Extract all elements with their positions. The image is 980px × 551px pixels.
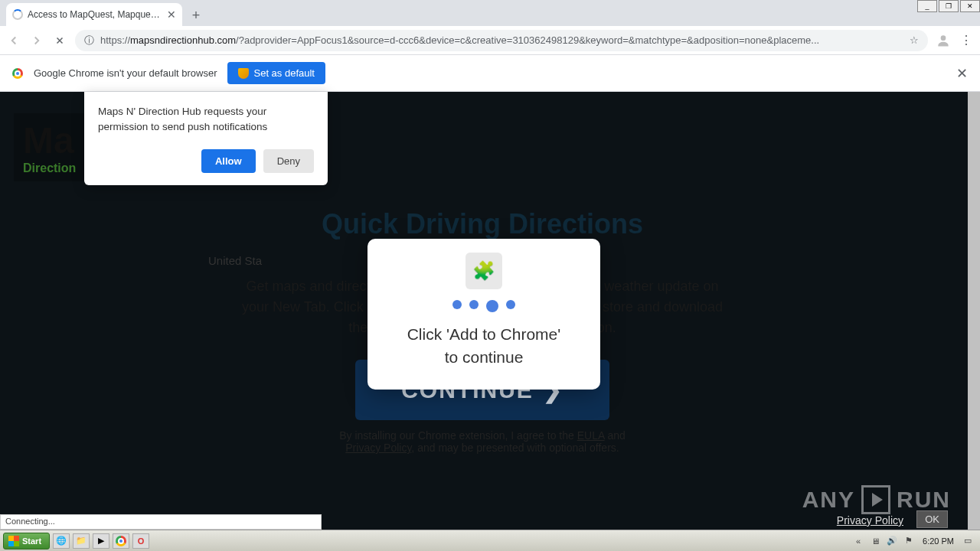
agree-mid: and [605,429,626,442]
logo-subtext: Direction [23,161,76,175]
tray-clock[interactable]: 6:20 PM [920,536,957,546]
extension-icon: 🧩 [466,253,502,289]
footer-privacy-link[interactable]: Privacy Policy [837,514,903,527]
tab-strip: Access to MapQuest, Mapquest Driv ✕ + [0,0,980,26]
url-scheme: https:// [100,34,130,46]
url-host: mapsndirectionhub.com [130,34,236,46]
minimize-glyph: _ [925,2,929,10]
vertical-scrollbar[interactable] [968,92,980,530]
anyrun-watermark: ANY RUN [802,485,951,514]
tray-flag-icon[interactable]: ⚑ [903,535,915,547]
taskbar-ie-icon[interactable]: 🌐 [53,533,70,549]
dot-icon [452,300,462,309]
windows-taskbar: Start 🌐 📁 ▶ O « 🖥 🔊 ⚑ 6:20 PM ▭ [0,530,980,551]
start-label: Start [22,536,41,546]
logo-text: Ma [23,119,76,161]
modal-line1: Click 'Add to Chrome' [384,323,583,346]
tab-title: Access to MapQuest, Mapquest Driv [28,9,162,20]
status-text: Connecting... [5,517,55,526]
add-to-chrome-modal: 🧩 Click 'Add to Chrome' to continue [368,239,600,390]
agree-pre: By installing our Chrome extension, I ag… [339,429,577,442]
agreement-text: By installing our Chrome extension, I ag… [239,429,726,454]
bookmark-star-icon[interactable]: ☆ [910,34,919,46]
browser-tab[interactable]: Access to MapQuest, Mapquest Driv ✕ [6,3,182,26]
page-heading: Quick Driving Directions [239,208,726,240]
set-default-label: Set as default [253,67,315,79]
privacy-link[interactable]: Privacy Policy [345,442,411,454]
tray-expand-icon[interactable]: « [852,535,864,547]
url-path: /?adprovider=AppFocus1&source=d-ccc6&dev… [236,34,819,46]
address-bar[interactable]: ⓘ https://mapsndirectionhub.com/?adprovi… [75,30,928,51]
chrome-logo-icon [12,68,23,79]
status-bar: Connecting... [0,514,322,530]
push-message: Maps N' Direction Hub requests your perm… [98,104,314,134]
maximize-glyph: ❐ [946,2,952,10]
tray-show-desktop[interactable]: ▭ [962,535,974,547]
tray-network-icon[interactable]: 🖥 [869,535,881,547]
system-tray: « 🖥 🔊 ⚑ 6:20 PM ▭ [852,535,977,547]
watermark-any: ANY [802,487,855,513]
modal-message: Click 'Add to Chrome' to continue [384,323,583,370]
push-permission-popover: Maps N' Direction Hub requests your perm… [84,92,328,185]
window-maximize[interactable]: ❐ [939,0,959,12]
tab-close-icon[interactable]: ✕ [167,8,176,21]
site-logo: Ma Direction [14,113,85,181]
site-info-icon[interactable]: ⓘ [84,34,94,47]
deny-button[interactable]: Deny [263,149,314,173]
tray-volume-icon[interactable]: 🔊 [886,535,898,547]
dot-icon [486,300,498,312]
back-button[interactable] [6,33,21,48]
default-browser-infobar: Google Chrome isn't your default browser… [0,55,980,92]
url-text: https://mapsndirectionhub.com/?adprovide… [100,34,903,46]
dot-icon [506,300,515,309]
taskbar-explorer-icon[interactable]: 📁 [73,533,90,549]
infobar-close-icon[interactable]: ✕ [956,65,968,82]
eula-link[interactable]: EULA [577,429,605,442]
start-button[interactable]: Start [3,533,50,549]
dot-icon [469,300,479,309]
modal-line2: to continue [384,346,583,369]
play-icon [861,485,890,514]
taskbar-media-icon[interactable]: ▶ [93,533,109,549]
scrollbar-thumb[interactable] [968,92,980,530]
taskbar-chrome-icon[interactable] [113,533,129,549]
chrome-menu-button[interactable]: ⋮ [959,33,974,48]
svg-point-0 [941,35,946,41]
footer-privacy: Privacy Policy [837,514,903,527]
forward-button[interactable] [29,33,44,48]
close-glyph: ✕ [967,2,973,10]
window-minimize[interactable]: _ [917,0,937,12]
browser-toolbar: ⓘ https://mapsndirectionhub.com/?adprovi… [0,26,980,55]
new-tab-button[interactable]: + [185,5,207,26]
loading-spinner-icon [12,9,23,20]
watermark-run: RUN [897,487,951,513]
progress-dots [384,300,583,312]
profile-avatar[interactable] [936,33,951,48]
window-close[interactable]: ✕ [960,0,980,12]
windows-logo-icon [8,536,19,546]
set-as-default-button[interactable]: Set as default [227,62,325,84]
agree-post: , and may be presented with optional off… [411,442,619,454]
allow-button[interactable]: Allow [201,149,256,173]
stop-reload-button[interactable] [52,33,67,48]
taskbar-opera-icon[interactable]: O [132,533,149,549]
shield-icon [238,68,249,79]
infobar-text: Google Chrome isn't your default browser [34,67,217,79]
